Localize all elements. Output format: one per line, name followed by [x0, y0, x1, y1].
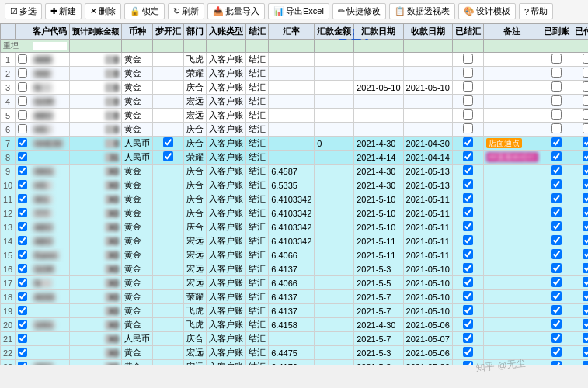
row-select-checkbox[interactable] — [18, 292, 27, 301]
cell-paid2[interactable] — [572, 109, 588, 123]
cell-done[interactable] — [452, 95, 483, 109]
done-checkbox[interactable] — [463, 151, 473, 161]
paid-checkbox[interactable] — [551, 361, 562, 365]
cell-dream[interactable] — [153, 304, 184, 318]
paid-checkbox[interactable] — [551, 165, 562, 175]
paid-checkbox[interactable] — [551, 263, 562, 273]
paid-checkbox[interactable] — [551, 95, 562, 106]
table-row[interactable]: 15KarenX0黄金宏远入客户账结汇6.40662021-5-112021-0… — [1, 248, 589, 262]
done-checkbox[interactable] — [463, 291, 473, 301]
col-header-paid[interactable]: 已到账 — [541, 24, 572, 40]
cell-dream[interactable] — [153, 360, 184, 365]
cell-done[interactable] — [452, 206, 483, 220]
cell-paid[interactable] — [541, 220, 572, 234]
table-row[interactable]: 18A555X0黄金荣耀入客户账结汇6.41372021-5-72021-05-… — [1, 290, 589, 304]
paid-checkbox[interactable] — [551, 291, 562, 301]
paid-checkbox[interactable] — [551, 151, 562, 161]
cell-paid2[interactable] — [572, 67, 588, 81]
table-row[interactable]: 1ABB0黄金飞虎入客户账结汇sun — [1, 53, 589, 67]
paid2-checkbox[interactable] — [583, 95, 588, 106]
row-select-checkbox[interactable] — [18, 68, 27, 78]
cell-paid[interactable] — [541, 81, 572, 95]
paid-checkbox[interactable] — [551, 137, 562, 147]
row-select-checkbox[interactable] — [18, 264, 27, 273]
cell-paid[interactable] — [541, 234, 572, 248]
cell-paid2[interactable] — [572, 346, 588, 360]
cell-paid2[interactable] — [572, 262, 588, 276]
cell-dream[interactable] — [153, 206, 184, 220]
cell-done[interactable] — [452, 346, 483, 360]
cell-paid[interactable] — [541, 346, 572, 360]
table-row[interactable]: 17NX0黄金宏远入客户账结汇6.40662021-5-52021-05-10y… — [1, 276, 589, 290]
cell-paid[interactable] — [541, 304, 572, 318]
cell-paid2[interactable] — [572, 151, 588, 165]
row-checkbox-cell[interactable] — [16, 165, 30, 178]
cell-done[interactable] — [452, 262, 483, 276]
row-checkbox-cell[interactable] — [16, 276, 30, 290]
paid2-checkbox[interactable] — [583, 319, 588, 329]
row-checkbox-cell[interactable] — [16, 53, 30, 67]
paid-checkbox[interactable] — [551, 109, 562, 120]
cell-done[interactable] — [452, 276, 483, 290]
lock-button[interactable]: 🔒 锁定 — [124, 3, 165, 19]
done-checkbox[interactable] — [463, 361, 473, 365]
cell-dream[interactable] — [153, 123, 184, 137]
cell-dream[interactable] — [153, 151, 184, 165]
done-checkbox[interactable] — [463, 235, 473, 245]
row-select-checkbox[interactable] — [18, 306, 27, 315]
row-select-checkbox[interactable] — [18, 124, 27, 133]
row-select-checkbox[interactable] — [18, 138, 27, 147]
cell-paid2[interactable] — [572, 178, 588, 192]
help-button[interactable]: ? 帮助 — [519, 3, 553, 19]
col-header-remark[interactable]: 备注 — [483, 24, 541, 40]
row-select-checkbox[interactable] — [18, 236, 27, 245]
cell-paid2[interactable] — [572, 360, 588, 365]
row-checkbox-cell[interactable] — [16, 95, 30, 109]
row-select-checkbox[interactable] — [18, 278, 27, 287]
table-row[interactable]: 10HSX0黄金庆合入客户账结汇6.53352021-4-302021-05-1… — [1, 178, 589, 192]
paid-checkbox[interactable] — [551, 305, 562, 315]
done-checkbox[interactable] — [463, 165, 473, 175]
cell-dream[interactable] — [153, 290, 184, 304]
cell-done[interactable] — [452, 151, 483, 165]
done-checkbox[interactable] — [463, 95, 473, 106]
col-header-settle[interactable]: 结汇 — [246, 24, 269, 40]
cell-dream[interactable] — [153, 95, 184, 109]
row-select-checkbox[interactable] — [18, 250, 27, 259]
cell-done[interactable] — [452, 137, 483, 151]
row-select-checkbox[interactable] — [18, 222, 27, 231]
cell-dream[interactable] — [153, 346, 184, 360]
cell-paid2[interactable] — [572, 304, 588, 318]
cell-paid[interactable] — [541, 123, 572, 137]
row-select-checkbox[interactable] — [18, 208, 27, 217]
cell-dream[interactable] — [153, 67, 184, 81]
row-checkbox-cell[interactable] — [16, 123, 30, 137]
cell-paid2[interactable] — [572, 234, 588, 248]
paid2-checkbox[interactable] — [583, 305, 588, 315]
col-header-budget[interactable]: 预计到账金额 — [70, 24, 122, 40]
cell-paid2[interactable] — [572, 318, 588, 332]
row-checkbox-cell[interactable] — [16, 234, 30, 248]
cell-dream[interactable] — [153, 137, 184, 151]
paid-checkbox[interactable] — [551, 207, 562, 217]
row-checkbox-cell[interactable] — [16, 151, 30, 165]
done-checkbox[interactable] — [463, 305, 473, 315]
cell-paid[interactable] — [541, 262, 572, 276]
paid2-checkbox[interactable] — [583, 249, 588, 259]
cell-paid[interactable] — [541, 192, 572, 206]
table-row[interactable]: 7HHE300人民币庆合入客户账结汇02021-4-302021-04-30店面… — [1, 137, 589, 151]
row-checkbox-cell[interactable] — [16, 178, 30, 192]
row-checkbox-cell[interactable] — [16, 248, 30, 262]
done-checkbox[interactable] — [463, 263, 473, 273]
done-checkbox[interactable] — [463, 333, 473, 343]
cell-dream[interactable] — [153, 192, 184, 206]
cell-done[interactable] — [452, 248, 483, 262]
cell-done[interactable] — [452, 332, 483, 346]
cell-paid[interactable] — [541, 151, 572, 165]
table-row[interactable]: 13ABOX0黄金庆合入客户账结汇6.41033422021-5-102021-… — [1, 220, 589, 234]
cell-paid2[interactable] — [572, 332, 588, 346]
paid-checkbox[interactable] — [551, 81, 562, 92]
col-header-currency[interactable]: 币种 — [122, 24, 153, 40]
paid2-checkbox[interactable] — [583, 81, 588, 92]
row-checkbox-cell[interactable] — [16, 192, 30, 206]
